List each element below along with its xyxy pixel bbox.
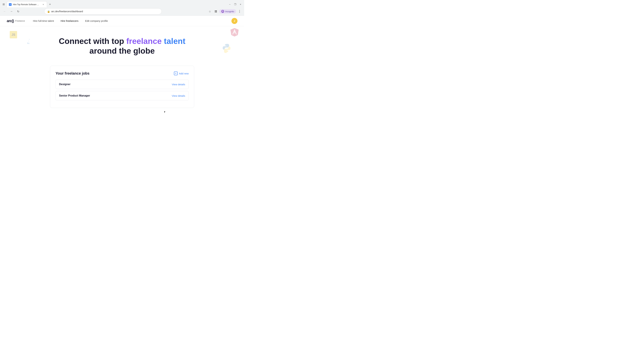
hero-title-freelance: freelance: [126, 37, 162, 45]
incognito-icon: [221, 10, 224, 13]
active-tab[interactable]: A Hire Top Remote Software Dev... ×: [7, 1, 47, 7]
tab-list-button[interactable]: [1, 2, 6, 7]
hero-title: Connect with top freelance talent around…: [3, 36, 241, 56]
reload-button[interactable]: ↻: [16, 9, 21, 14]
hero-title-space: [162, 37, 164, 45]
hero-section: JS: [0, 26, 244, 62]
nav-links: Hire full-time talent Hire freelancers E…: [33, 19, 232, 22]
page-content: arc() Freelance Hire full-time talent Hi…: [0, 15, 244, 137]
lock-icon: 🔒: [47, 10, 50, 13]
add-new-icon: +: [174, 71, 178, 75]
hero-title-globe: around the globe: [90, 46, 155, 55]
tab-title: Hire Top Remote Software Dev...: [13, 3, 40, 6]
nav-link-full-time[interactable]: Hire full-time talent: [33, 19, 54, 22]
add-new-label: Add new: [179, 72, 189, 75]
back-button[interactable]: ←: [2, 9, 8, 14]
user-avatar[interactable]: J: [232, 18, 238, 24]
svg-rect-2: [215, 11, 216, 12]
hero-title-talent: talent: [164, 37, 185, 45]
svg-rect-7: [234, 32, 235, 33]
view-details-senior-pm-button[interactable]: View details: [172, 94, 185, 97]
jobs-card: Your freelance jobs + Add new Designer V…: [50, 66, 194, 108]
bookmark-button[interactable]: ☆: [207, 9, 212, 14]
incognito-label: Incognito: [225, 10, 234, 13]
job-name-designer: Designer: [59, 83, 70, 86]
window-controls: − ❐ ×: [228, 2, 243, 7]
jobs-header: Your freelance jobs + Add new: [56, 71, 189, 76]
forward-button[interactable]: →: [9, 9, 14, 14]
logo-arc-text: arc(): [7, 19, 14, 23]
job-item-senior-pm: Senior Product Manager View details: [56, 91, 189, 100]
browser-chrome: A Hire Top Remote Software Dev... × + − …: [0, 0, 244, 15]
nav-link-company-profile[interactable]: Edit company profile: [85, 19, 108, 22]
tab-bar: A Hire Top Remote Software Dev... × + − …: [0, 0, 244, 7]
more-options-button[interactable]: ⋮: [237, 9, 242, 14]
jobs-section: Your freelance jobs + Add new Designer V…: [46, 62, 198, 111]
svg-rect-1: [216, 10, 217, 11]
svg-marker-6: [232, 29, 237, 34]
url-bar[interactable]: 🔒 arc.dev/freelancers/dashboard: [44, 8, 162, 14]
tab-favicon: A: [9, 3, 12, 6]
svg-marker-5: [230, 28, 239, 36]
job-name-senior-pm: Senior Product Manager: [59, 94, 90, 97]
logo[interactable]: arc() Freelance: [7, 19, 25, 23]
incognito-badge[interactable]: Incognito: [219, 9, 236, 13]
nav-link-freelancers[interactable]: Hire freelancers: [61, 19, 78, 22]
site-nav: arc() Freelance Hire full-time talent Hi…: [0, 15, 244, 26]
job-item-designer: Designer View details: [56, 80, 189, 89]
address-bar: ← → ↻ 🔒 arc.dev/freelancers/dashboard ☆: [0, 7, 244, 15]
logo-freelance-text: Freelance: [15, 19, 25, 22]
minimize-button[interactable]: −: [228, 2, 232, 7]
restore-button[interactable]: ❐: [233, 2, 238, 7]
svg-rect-3: [216, 11, 217, 12]
svg-rect-0: [215, 10, 216, 11]
new-tab-button[interactable]: +: [48, 2, 52, 7]
view-details-designer-button[interactable]: View details: [172, 83, 185, 86]
tab-close-button[interactable]: ×: [42, 3, 45, 6]
add-new-button[interactable]: + Add new: [174, 71, 189, 75]
extensions-button[interactable]: [213, 9, 218, 14]
url-text: arc.dev/freelancers/dashboard: [51, 10, 159, 13]
toolbar-icons: ☆ Incognito ⋮: [207, 9, 242, 14]
hero-title-part1: Connect with top: [59, 37, 126, 45]
close-window-button[interactable]: ×: [238, 2, 243, 7]
mouse-cursor: [164, 111, 168, 114]
jobs-section-title: Your freelance jobs: [56, 71, 90, 76]
angular-icon: [230, 28, 239, 37]
